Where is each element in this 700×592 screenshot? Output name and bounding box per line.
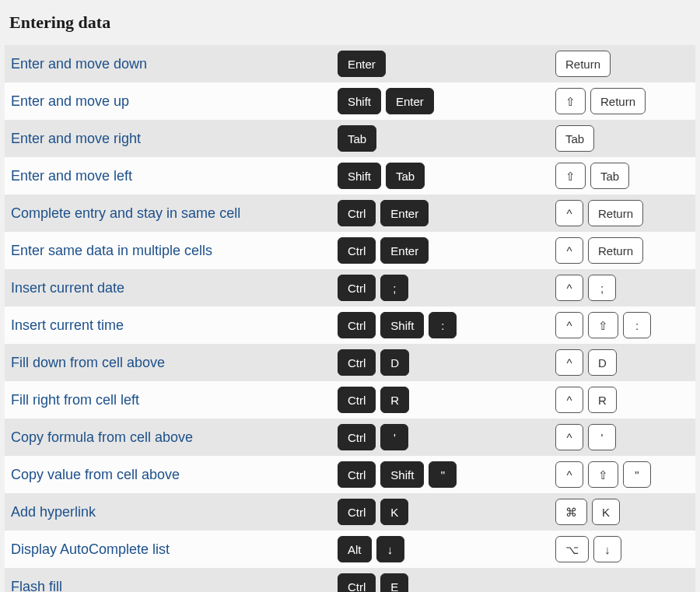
mac-shortcut: ^' <box>555 424 689 450</box>
shortcut-description-cell: Fill down from cell above <box>11 355 338 371</box>
key-cap: Enter <box>380 237 429 264</box>
key-cap: Shift <box>338 163 381 189</box>
key-cap: Shift <box>338 88 381 114</box>
shortcut-link[interactable]: Enter and move right <box>11 131 141 146</box>
shortcut-link[interactable]: Fill down from cell above <box>11 355 165 370</box>
key-cap: Shift <box>380 312 424 338</box>
windows-shortcut: ShiftEnter <box>338 88 555 114</box>
shortcut-row: Enter and move downEnterReturn <box>5 45 695 82</box>
shortcut-description-cell: Enter and move left <box>11 168 338 184</box>
shortcut-description-cell: Enter same data in multiple cells <box>11 243 338 259</box>
key-cap: Return <box>555 51 611 77</box>
shortcut-link[interactable]: Fill right from cell left <box>11 392 139 408</box>
key-cap: Enter <box>386 88 434 114</box>
mac-shortcut: ⇧Return <box>555 88 689 114</box>
shortcut-description-cell: Enter and move up <box>11 93 338 110</box>
shortcut-link[interactable]: Display AutoComplete list <box>11 541 170 557</box>
mac-shortcut: ^D <box>555 349 689 376</box>
section-title: Entering data <box>5 9 695 45</box>
shortcut-link[interactable]: Copy formula from cell above <box>11 429 193 445</box>
windows-shortcut: CtrlEnter <box>338 237 555 264</box>
key-cap: ⇧ <box>588 312 618 338</box>
key-cap: Return <box>588 237 643 264</box>
shortcut-row: Copy value from cell aboveCtrlShift"^⇧" <box>5 456 695 493</box>
mac-shortcut: ^⇧" <box>555 461 689 488</box>
key-cap: Ctrl <box>338 237 376 264</box>
key-cap: " <box>623 461 651 488</box>
key-cap: Tab <box>590 163 629 189</box>
windows-shortcut: CtrlShift" <box>338 461 555 488</box>
mac-shortcut: Tab <box>555 125 689 152</box>
key-cap: E <box>380 573 408 592</box>
shortcut-row: Insert current timeCtrlShift:^⇧: <box>5 307 695 344</box>
shortcut-description-cell: Copy formula from cell above <box>11 429 338 446</box>
shortcut-link[interactable]: Flash fill <box>11 579 62 593</box>
key-cap: : <box>429 312 457 338</box>
key-cap: " <box>429 461 457 488</box>
key-cap: Tab <box>338 125 376 152</box>
shortcut-row: Enter and move leftShiftTab⇧Tab <box>5 157 695 194</box>
key-cap: ⌥ <box>555 536 589 562</box>
key-cap: Shift <box>380 461 424 488</box>
mac-shortcut: ^Return <box>555 237 689 264</box>
shortcut-link[interactable]: Enter same data in multiple cells <box>11 243 212 258</box>
windows-shortcut: Tab <box>338 125 555 152</box>
key-cap: Ctrl <box>338 349 376 376</box>
key-cap: ^ <box>555 461 583 488</box>
mac-shortcut: ⌥↓ <box>555 536 689 562</box>
shortcut-link[interactable]: Add hyperlink <box>11 504 96 520</box>
key-cap: Ctrl <box>338 499 376 525</box>
key-cap: ^ <box>555 200 583 226</box>
key-cap: K <box>380 499 408 525</box>
key-cap: ↓ <box>593 536 621 562</box>
windows-shortcut: CtrlEnter <box>338 200 555 226</box>
windows-shortcut: Alt↓ <box>338 536 555 562</box>
mac-shortcut: ⌘K <box>555 499 689 525</box>
key-cap: ⇧ <box>588 461 618 488</box>
shortcut-row: Fill down from cell aboveCtrlD^D <box>5 344 695 381</box>
key-cap: ⌘ <box>555 499 587 525</box>
windows-shortcut: Enter <box>338 51 555 77</box>
shortcut-link[interactable]: Enter and move down <box>11 56 147 72</box>
key-cap: D <box>380 349 409 376</box>
key-cap: ; <box>588 275 616 301</box>
key-cap: ; <box>380 275 408 301</box>
windows-shortcut: CtrlD <box>338 349 555 376</box>
shortcut-link[interactable]: Insert current date <box>11 280 124 296</box>
key-cap: Alt <box>338 536 372 562</box>
key-cap: Ctrl <box>338 387 376 413</box>
shortcut-description-cell: Flash fill <box>11 579 338 593</box>
shortcut-link[interactable]: Enter and move up <box>11 93 129 109</box>
windows-shortcut: Ctrl; <box>338 275 555 301</box>
key-cap: Tab <box>555 125 594 152</box>
shortcut-description-cell: Copy value from cell above <box>11 467 338 483</box>
key-cap: Ctrl <box>338 461 376 488</box>
shortcut-row: Display AutoComplete listAlt↓⌥↓ <box>5 531 695 568</box>
windows-shortcut: CtrlK <box>338 499 555 525</box>
key-cap: R <box>588 387 617 413</box>
key-cap: Ctrl <box>338 200 376 226</box>
key-cap: Ctrl <box>338 424 376 450</box>
key-cap: ' <box>588 424 616 450</box>
windows-shortcut: Ctrl' <box>338 424 555 450</box>
key-cap: ⇧ <box>555 163 586 189</box>
key-cap: ^ <box>555 424 583 450</box>
shortcut-link[interactable]: Insert current time <box>11 317 124 333</box>
key-cap: ^ <box>555 275 583 301</box>
key-cap: ↓ <box>376 536 404 562</box>
shortcut-link[interactable]: Copy value from cell above <box>11 467 180 482</box>
windows-shortcut: CtrlShift: <box>338 312 555 338</box>
shortcut-link[interactable]: Complete entry and stay in same cell <box>11 205 240 221</box>
key-cap: R <box>380 387 409 413</box>
key-cap: ^ <box>555 349 583 376</box>
shortcut-row: Enter same data in multiple cellsCtrlEnt… <box>5 232 695 269</box>
shortcut-description-cell: Insert current time <box>11 317 338 334</box>
shortcut-row: Complete entry and stay in same cellCtrl… <box>5 194 695 232</box>
key-cap: Ctrl <box>338 573 376 592</box>
shortcut-link[interactable]: Enter and move left <box>11 168 132 184</box>
shortcut-row: Fill right from cell leftCtrlR^R <box>5 381 695 419</box>
shortcut-description-cell: Insert current date <box>11 280 338 296</box>
shortcut-description-cell: Fill right from cell left <box>11 392 338 408</box>
mac-shortcut: ^; <box>555 275 689 301</box>
mac-shortcut: Return <box>555 51 689 77</box>
